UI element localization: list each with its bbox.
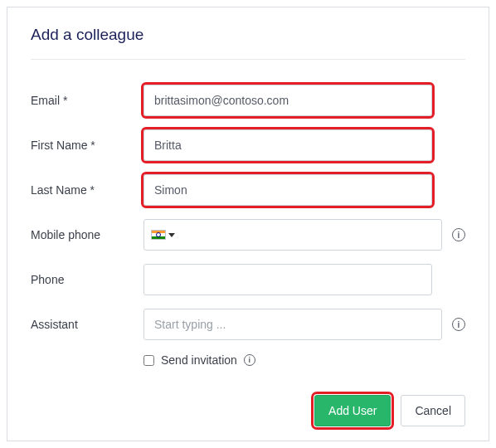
label-assistant: Assistant bbox=[31, 318, 143, 331]
row-last-name: Last Name * bbox=[31, 174, 465, 206]
label-email: Email * bbox=[31, 94, 143, 107]
cancel-button[interactable]: Cancel bbox=[401, 395, 465, 426]
send-invitation-row: Send invitation i bbox=[143, 353, 465, 367]
mobile-field[interactable] bbox=[180, 220, 435, 250]
flag-india-icon bbox=[151, 230, 166, 240]
dialog-title: Add a colleague bbox=[31, 26, 465, 44]
row-assistant: Assistant i bbox=[31, 309, 465, 340]
info-icon[interactable]: i bbox=[452, 318, 465, 331]
row-first-name: First Name * bbox=[31, 129, 465, 161]
label-mobile: Mobile phone bbox=[31, 228, 143, 241]
send-invitation-checkbox[interactable] bbox=[143, 355, 154, 366]
first-name-field[interactable] bbox=[143, 129, 432, 161]
label-last-name: Last Name * bbox=[31, 183, 143, 197]
last-name-field[interactable] bbox=[143, 174, 432, 206]
phone-field[interactable] bbox=[143, 264, 432, 295]
add-user-button[interactable]: Add User bbox=[314, 395, 391, 426]
dialog-footer: Add User Cancel bbox=[7, 375, 489, 426]
row-phone: Phone bbox=[31, 264, 465, 295]
label-first-name: First Name * bbox=[31, 139, 143, 152]
info-icon[interactable]: i bbox=[452, 228, 465, 241]
add-colleague-dialog: Add a colleague Email * First Name * Las… bbox=[7, 7, 489, 441]
email-field[interactable] bbox=[143, 85, 432, 116]
form: Email * First Name * Last Name * Mobile … bbox=[7, 60, 489, 375]
send-invitation-label: Send invitation bbox=[161, 353, 237, 367]
row-email: Email * bbox=[31, 85, 465, 116]
country-selector[interactable] bbox=[151, 230, 175, 240]
row-mobile: Mobile phone i bbox=[31, 219, 465, 251]
assistant-field[interactable] bbox=[143, 309, 442, 340]
chevron-down-icon bbox=[168, 233, 175, 237]
dialog-header: Add a colleague bbox=[7, 7, 489, 59]
info-icon[interactable]: i bbox=[244, 354, 255, 366]
label-phone: Phone bbox=[31, 273, 143, 286]
mobile-field-wrapper bbox=[143, 219, 442, 251]
